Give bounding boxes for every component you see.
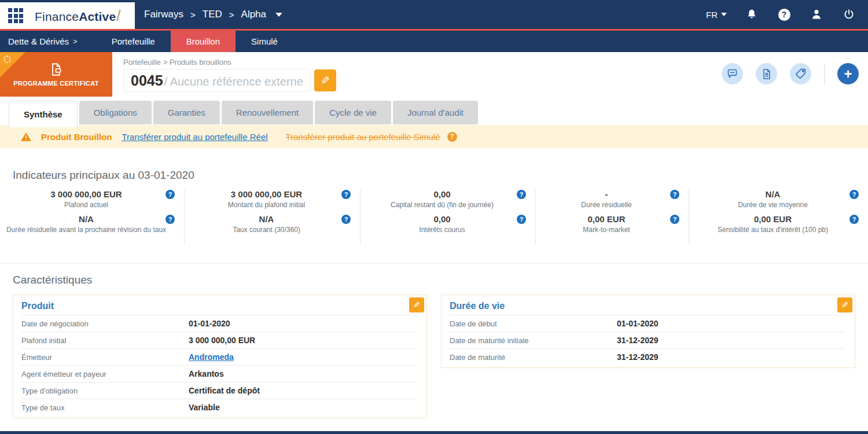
nav-portefeuille[interactable]: Portefeuille: [96, 31, 171, 52]
help-icon[interactable]: ?: [777, 7, 792, 22]
row-value: Variable: [189, 403, 220, 412]
documents-button[interactable]: [756, 63, 777, 84]
table-row: Date de maturité 31-12-2029: [450, 348, 845, 365]
breadcrumb-separator: >: [229, 10, 234, 20]
tab-cycle-de-vie[interactable]: Cycle de vie: [315, 101, 391, 124]
help-icon[interactable]: ?: [849, 215, 859, 224]
indicator-mark-to-market: 0,00 EUR ? Mark-to-market: [542, 214, 671, 234]
tags-button[interactable]: [790, 63, 811, 84]
indicators-grid: 3 000 000,00 EUR ? Plafond actuel N/A ? …: [0, 189, 868, 245]
produit-card: ✎ Produit Date de négociation 01-01-2020…: [13, 295, 427, 418]
indicators-section: Indicateurs principaux au 03-01-2020 3 0…: [0, 148, 868, 245]
tab-synthese[interactable]: Synthèse: [9, 101, 78, 127]
characteristics-title: Caractéristiques: [13, 274, 855, 286]
plus-icon: +: [844, 67, 852, 81]
help-icon[interactable]: ?: [670, 190, 679, 199]
caret-down-icon: [721, 13, 727, 16]
chevron-down-icon[interactable]: [275, 13, 282, 17]
tab-garanties[interactable]: Garanties: [153, 101, 220, 124]
draft-warning-bar: Produit Brouillon Transférer produit au …: [0, 125, 868, 148]
transfer-real-link[interactable]: Transférer produit au portefeuille Réel: [122, 132, 267, 142]
help-icon[interactable]: ?: [517, 190, 526, 199]
help-icon[interactable]: ?: [341, 215, 351, 224]
indicator-label: Sensibilité au taux d'intérêt (100 pb): [695, 226, 851, 234]
indicator-montant-plafond-initial: 3 000 000,00 EUR ? Montant du plafond in…: [190, 189, 343, 209]
indicator-column: - ? Durée résiduelle 0,00 EUR ? Mark-to-…: [535, 189, 689, 245]
brand-slash: /: [116, 7, 120, 24]
app-grid-icon[interactable]: [8, 8, 23, 23]
brand-logo: FinanceActive/: [35, 7, 121, 25]
user-profile-icon[interactable]: [809, 7, 824, 22]
indicator-column: 3 000 000,00 EUR ? Montant du plafond in…: [184, 189, 360, 245]
help-icon[interactable]: ?: [165, 215, 175, 224]
characteristics-cards: ✎ Produit Date de négociation 01-01-2020…: [13, 295, 855, 418]
page-breadcrumb: Portefeuille > Produits brouillons: [123, 58, 336, 67]
org-breadcrumb: Fairways > TED > Alpha: [144, 0, 282, 29]
product-header: PROGRAMME CERTIFICAT Portefeuille > Prod…: [0, 52, 868, 97]
breadcrumb-ted[interactable]: TED: [203, 9, 222, 20]
title-row: 0045 / Aucune référence externe ✎: [123, 69, 336, 92]
row-label: Date de négociation: [21, 319, 189, 328]
help-icon[interactable]: ?: [849, 190, 859, 199]
edit-reference-button[interactable]: ✎: [314, 69, 336, 91]
row-label: Date de maturité: [450, 353, 617, 362]
icon-divider: [824, 64, 825, 84]
help-icon[interactable]: ?: [165, 190, 175, 199]
table-row: Type d'obligation Certificat de dépôt: [21, 382, 417, 399]
table-row: Agent émetteur et payeur Arkantos: [21, 365, 417, 382]
row-value: Arkantos: [189, 369, 224, 378]
nav-brouillon[interactable]: Brouillon: [171, 31, 236, 52]
table-row: Plafond initial 3 000 000,00 EUR: [21, 332, 417, 348]
warning-triangle-icon: [20, 131, 32, 142]
notifications-bell-icon[interactable]: [744, 7, 759, 22]
comments-button[interactable]: [722, 63, 743, 84]
nav-simule[interactable]: Simulé: [236, 31, 293, 52]
nav-dette-derives[interactable]: Dette & Dérivés >: [0, 31, 86, 52]
indicator-column: 3 000 000,00 EUR ? Plafond actuel N/A ? …: [0, 189, 184, 245]
table-row: Émetteur Andromeda: [21, 348, 417, 365]
tab-renouvellement[interactable]: Renouvellement: [222, 101, 313, 124]
tag-icon: [795, 68, 807, 80]
tab-journal-audit[interactable]: Journal d'audit: [393, 101, 478, 124]
indicator-taux-courant: N/A ? Taux courant (30/360): [190, 214, 343, 234]
warning-help-icon[interactable]: ?: [447, 132, 457, 142]
breadcrumb-fairways[interactable]: Fairways: [144, 9, 183, 20]
edit-produit-button[interactable]: ✎: [409, 297, 424, 312]
certificate-icon: [49, 62, 64, 77]
add-button[interactable]: +: [837, 63, 859, 84]
indicator-capital-restant: 0,00 ? Capital restant dû (fin de journé…: [366, 189, 518, 209]
indicator-column: N/A ? Durée de vie moyenne 0,00 EUR ? Se…: [689, 189, 868, 245]
indicator-duree-vie-moyenne: N/A ? Durée de vie moyenne: [695, 189, 851, 209]
language-selector[interactable]: FR: [706, 10, 727, 20]
indicator-value: N/A: [6, 214, 167, 225]
indicator-label: Plafond actuel: [6, 201, 167, 209]
row-label: Agent émetteur et payeur: [21, 370, 189, 378]
logout-power-icon[interactable]: [841, 7, 856, 22]
indicators-title: Indicateurs principaux au 03-01-2020: [0, 169, 868, 182]
logo-area: FinanceActive/: [0, 2, 135, 29]
edit-duree-button[interactable]: ✎: [837, 297, 852, 312]
help-icon[interactable]: ?: [517, 215, 526, 224]
indicator-label: Durée résiduelle: [542, 201, 671, 209]
module-navbar: Dette & Dérivés > Portefeuille Brouillon…: [0, 31, 868, 52]
tab-obligations[interactable]: Obligations: [79, 101, 152, 124]
row-label: Plafond initial: [21, 336, 189, 345]
indicator-label: Capital restant dû (fin de journée): [366, 201, 518, 209]
emetteur-link[interactable]: Andromeda: [189, 352, 234, 362]
programme-certificat-badge[interactable]: PROGRAMME CERTIFICAT: [0, 52, 112, 97]
page: FinanceActive/ Fairways > TED > Alpha FR…: [0, 0, 868, 434]
breadcrumb-alpha[interactable]: Alpha: [241, 9, 266, 20]
help-icon[interactable]: ?: [341, 190, 351, 199]
indicator-value: 3 000 000,00 EUR: [190, 189, 343, 200]
top-navbar: FinanceActive/ Fairways > TED > Alpha FR…: [0, 0, 868, 31]
chevron-right-icon: >: [73, 37, 78, 46]
document-icon: [761, 68, 773, 80]
help-icon[interactable]: ?: [670, 215, 679, 224]
breadcrumb-separator: >: [190, 10, 196, 20]
indicator-label: Durée de vie moyenne: [695, 201, 851, 209]
produit-card-title: Produit: [21, 301, 417, 311]
characteristics-section: Caractéristiques ✎ Produit Date de négoc…: [0, 263, 868, 418]
indicator-label: Montant du plafond initial: [190, 201, 343, 209]
language-label: FR: [706, 10, 718, 20]
indicator-value: 3 000 000,00 EUR: [6, 189, 167, 200]
